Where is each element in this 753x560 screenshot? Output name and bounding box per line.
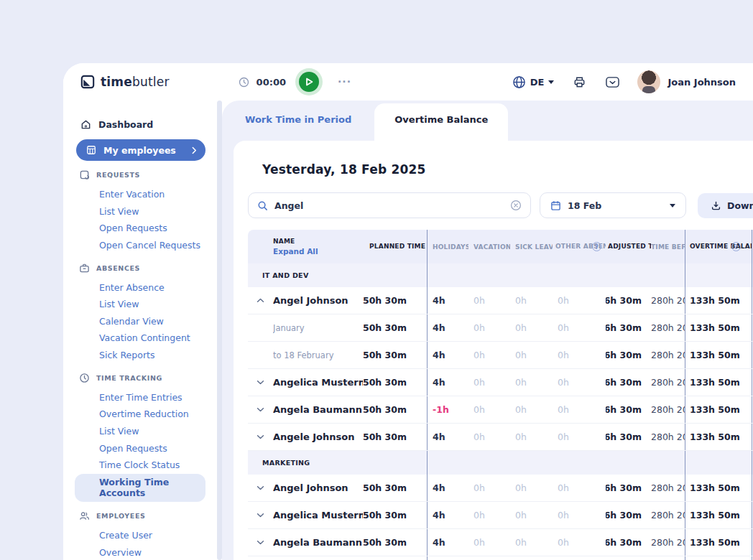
- sidebar-item-create-user[interactable]: Create User: [80, 527, 217, 544]
- expand-row-icon[interactable]: [248, 369, 273, 396]
- download-label: Download: [727, 200, 753, 211]
- sidebar-item-dashboard[interactable]: Dashboard: [80, 115, 217, 134]
- sidebar-item-enter-absence[interactable]: Enter Absence: [80, 279, 217, 297]
- sidebar-item-open-requests[interactable]: Open Requests: [80, 440, 217, 457]
- print-button[interactable]: [573, 75, 586, 89]
- other-absences-value: 0h: [558, 404, 569, 415]
- other-absences-value: 0h: [558, 510, 569, 521]
- other-absences-value: 0h: [558, 350, 569, 360]
- vacation-value: 0h: [473, 537, 485, 548]
- sidebar-item-vacation-contingent[interactable]: Vacation Contingent: [80, 330, 217, 347]
- adjusted-time-value: 146h 30m: [606, 295, 642, 306]
- tab-overtime-balance[interactable]: Overtime Balance: [374, 103, 508, 141]
- expand-row-icon[interactable]: [248, 502, 273, 528]
- timer-more-options-button[interactable]: ···: [338, 76, 351, 88]
- holidays-value: 4h: [433, 537, 445, 548]
- holidays-value: 4h: [433, 510, 445, 521]
- clear-search-icon[interactable]: [510, 200, 522, 211]
- tab-work-time-in-period[interactable]: Work Time in Period: [245, 114, 363, 141]
- expand-all-link[interactable]: Expand All: [273, 247, 318, 256]
- holidays-value: 4h: [433, 431, 445, 442]
- time-before-value: 280h 20m: [651, 377, 685, 388]
- time-before-value: 280h 20m: [651, 510, 685, 521]
- sidebar-item-sick-reports[interactable]: Sick Reports: [80, 347, 217, 364]
- sidebar-item-overview[interactable]: Overview: [80, 544, 217, 560]
- planned-time-value: 150h 30m: [363, 537, 407, 548]
- col-adjusted-time: ADJUSTED TIME: [608, 243, 642, 251]
- date-value: 18 Feb: [568, 200, 663, 211]
- sidebar-scrollbar[interactable]: [217, 101, 222, 560]
- expand-row-icon[interactable]: [248, 424, 273, 450]
- employee-name: Angela Baumann: [273, 396, 363, 423]
- user-menu[interactable]: Joan Johnson: [637, 70, 736, 93]
- expand-row-icon[interactable]: [248, 396, 273, 423]
- date-picker[interactable]: 18 Feb: [540, 192, 686, 218]
- planned-time-value: 150h 30m: [363, 510, 407, 521]
- overtime-balance-panel: Yesterday, 18 Feb 2025: [234, 141, 753, 560]
- expand-row-icon[interactable]: [248, 529, 273, 556]
- brand-logo[interactable]: timebutler: [80, 75, 170, 89]
- table-row: Angelica Mustermann150h 30m4h0h0h0h146h …: [248, 369, 753, 396]
- timer-value: 00:00: [257, 77, 286, 88]
- adjusted-time-value: 146h 30m: [606, 404, 642, 415]
- chevron-right-icon: [192, 146, 197, 154]
- planned-time-value: 150h 30m: [363, 350, 407, 360]
- period-label: January: [273, 314, 363, 341]
- sidebar-item-time-clock-status[interactable]: Time Clock Status: [80, 457, 217, 474]
- sidebar-item-open-requests[interactable]: Open Requests: [80, 220, 217, 237]
- download-icon: [711, 200, 721, 211]
- group-row: MARKETING: [248, 451, 753, 475]
- sidebar-item-open-cancel-requests[interactable]: Open Cancel Requests: [80, 237, 217, 254]
- table-row: Angel Johnson150h 30m4h0h0h0h146h 30m280…: [248, 475, 753, 502]
- search-input[interactable]: [274, 200, 504, 211]
- sidebar-item-enter-time-entries[interactable]: Enter Time Entries: [80, 389, 217, 406]
- sidebar-section-time-tracking: TIME TRACKING: [79, 373, 217, 383]
- sidebar-item-overtime-reduction[interactable]: Overtime Reduction: [80, 406, 217, 423]
- sidebar-item-working-time-accounts[interactable]: Working Time Accounts: [75, 474, 205, 502]
- other-absences-value: 0h: [558, 322, 569, 333]
- language-selector[interactable]: DE: [512, 75, 555, 89]
- sidebar-item-list-view[interactable]: List View: [80, 423, 217, 440]
- download-button[interactable]: Download: [698, 193, 753, 218]
- expand-row-icon[interactable]: [248, 475, 273, 501]
- sidebar-item-list-view[interactable]: List View: [80, 296, 217, 313]
- search-icon: [257, 200, 268, 211]
- holidays-value: 4h: [433, 377, 445, 388]
- overtime-balance-value: 133h 50m: [690, 350, 740, 360]
- other-absences-value: 0h: [558, 431, 569, 442]
- globe-icon: [512, 75, 526, 89]
- start-timer-button[interactable]: [299, 72, 319, 92]
- date-caret-icon: [670, 204, 675, 207]
- planned-time-value: 150h 30m: [363, 482, 407, 493]
- group-row: IT AND DEV: [248, 263, 753, 287]
- vacation-value: 0h: [473, 295, 485, 306]
- vacation-value: 0h: [473, 350, 485, 360]
- time-before-value: 280h 20m: [651, 350, 685, 360]
- vacation-value: 0h: [473, 482, 485, 493]
- sidebar: Dashboard My employees REQUESTSEnter Vac…: [63, 101, 217, 560]
- tab-bar: Work Time in Period Overtime Balance: [222, 101, 753, 141]
- overtime-balance-help-icon[interactable]: ?: [731, 242, 741, 251]
- messages-button[interactable]: [605, 75, 620, 89]
- app-window: timebutler 00:00 ··· DE: [63, 63, 753, 560]
- search-box: [248, 192, 531, 218]
- collapse-row-icon[interactable]: [248, 287, 273, 314]
- user-name: Joan Johnson: [667, 77, 736, 88]
- planned-time-value: 150h 30m: [363, 377, 407, 388]
- other-absences-help-icon[interactable]: ?: [592, 242, 601, 251]
- vacation-value: 0h: [473, 322, 485, 333]
- table-row: Angele Johnson150h 30m4h0h0h0h146h 30m28…: [248, 424, 753, 451]
- col-planned-time: PLANNED TIME: [369, 243, 407, 251]
- main-content: Work Time in Period Overtime Balance Yes…: [222, 101, 753, 560]
- brand-name: timebutler: [101, 75, 170, 89]
- other-absences-value: 0h: [558, 295, 569, 306]
- sidebar-item-calendar-view[interactable]: Calendar View: [80, 313, 217, 330]
- adjusted-time-value: 146h 30m: [606, 431, 642, 442]
- planned-time-value: 150h 30m: [363, 322, 407, 333]
- employee-name: Angel Johnson: [273, 287, 363, 314]
- time-before-value: 280h 20m: [651, 404, 685, 415]
- table-row: Angela Baumann150h 30m-1h0h0h0h146h 30m2…: [248, 396, 753, 424]
- sidebar-item-my-employees[interactable]: My employees: [76, 139, 205, 161]
- sidebar-item-list-view[interactable]: List View: [80, 203, 217, 220]
- sidebar-item-enter-vacation[interactable]: Enter Vacation: [80, 186, 217, 203]
